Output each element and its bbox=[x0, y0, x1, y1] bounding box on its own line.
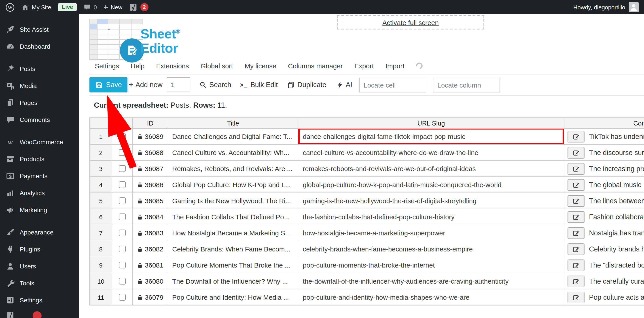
row-checkbox[interactable] bbox=[119, 133, 126, 140]
menu-export[interactable]: Export bbox=[354, 62, 374, 70]
content-cell[interactable]: The "distracted bo bbox=[564, 257, 644, 273]
title-column-header[interactable]: Title bbox=[168, 118, 298, 129]
sidebar-item-posts[interactable]: Posts bbox=[0, 61, 79, 77]
row-select-cell[interactable] bbox=[112, 257, 133, 273]
slug-cell[interactable]: how-nostalgia-became-a-marketing-superpo… bbox=[298, 225, 564, 241]
edit-content-button[interactable] bbox=[568, 195, 584, 207]
add-new-button[interactable]: + Add new bbox=[129, 77, 162, 92]
slug-cell[interactable]: dance-challenges-digital-fame-tiktok-imp… bbox=[298, 129, 564, 145]
row-number-cell[interactable]: 2 bbox=[90, 145, 112, 161]
slug-cell[interactable]: gaming-is-the-new-hollywood-the-rise-of-… bbox=[298, 193, 564, 209]
row-checkbox[interactable] bbox=[119, 181, 126, 188]
slug-cell[interactable]: the-fashion-collabs-that-defined-pop-cul… bbox=[298, 209, 564, 225]
row-number-cell[interactable]: 11 bbox=[90, 289, 112, 306]
bulk-edit-button[interactable]: >_ Bulk Edit bbox=[240, 77, 278, 92]
row-number-cell[interactable]: 1 bbox=[90, 129, 112, 145]
row-checkbox[interactable] bbox=[119, 197, 126, 204]
content-cell[interactable]: Fashion collaborat bbox=[564, 209, 644, 225]
id-cell[interactable]: 36081 bbox=[133, 257, 168, 273]
slug-cell[interactable]: cancel-culture-vs-accountability-where-d… bbox=[298, 145, 564, 161]
id-cell[interactable]: 36085 bbox=[133, 193, 168, 209]
slug-cell[interactable]: pop-culture-moments-that-broke-the-inter… bbox=[298, 257, 564, 273]
id-cell[interactable]: 36079 bbox=[133, 289, 168, 306]
my-site-link[interactable]: My Site bbox=[22, 3, 51, 11]
sidebar-item-analytics[interactable]: Analytics bbox=[0, 185, 79, 201]
content-cell[interactable]: TikTok has undeni bbox=[564, 129, 644, 145]
slug-cell[interactable]: global-pop-culture-how-k-pop-and-latin-m… bbox=[298, 177, 564, 193]
slug-cell[interactable]: remakes-reboots-and-revivals-are-we-out-… bbox=[298, 161, 564, 177]
title-cell[interactable]: How Nostalgia Became a Marketing S... bbox=[168, 225, 298, 241]
edit-content-button[interactable] bbox=[568, 292, 584, 303]
edit-content-button[interactable] bbox=[568, 275, 584, 287]
edit-content-button[interactable] bbox=[568, 179, 584, 190]
row-select-cell[interactable] bbox=[112, 177, 133, 193]
edit-content-button[interactable] bbox=[568, 211, 584, 223]
menu-global-sort[interactable]: Global sort bbox=[200, 62, 233, 70]
row-number-cell[interactable]: 9 bbox=[90, 257, 112, 273]
ai-button[interactable]: AI bbox=[337, 77, 352, 92]
sidebar-item-appearance[interactable]: Appearance bbox=[0, 224, 79, 240]
id-cell[interactable]: 36089 bbox=[133, 129, 168, 145]
menu-my-license[interactable]: My license bbox=[245, 62, 276, 70]
content-cell[interactable]: The carefully cura bbox=[564, 273, 644, 289]
duplicate-button[interactable]: Duplicate bbox=[287, 77, 326, 92]
title-cell[interactable]: Celebrity Brands: When Fame Becom... bbox=[168, 241, 298, 257]
sidebar-item-woocommerce[interactable]: w WooCommerce bbox=[0, 134, 79, 150]
slug-cell[interactable]: celebrity-brands-when-fame-becomes-a-bus… bbox=[298, 241, 564, 257]
sidebar-item-pages[interactable]: Pages bbox=[0, 95, 79, 111]
content-cell[interactable]: Pop culture acts a bbox=[564, 289, 644, 306]
title-cell[interactable]: Cancel Culture vs. Accountability: Wh... bbox=[168, 145, 298, 161]
content-cell[interactable]: Celebrity brands h bbox=[564, 241, 644, 257]
title-cell[interactable]: Global Pop Culture: How K-Pop and L... bbox=[168, 177, 298, 193]
row-select-cell[interactable] bbox=[112, 225, 133, 241]
sidebar-item-partial[interactable] bbox=[0, 309, 79, 318]
menu-import[interactable]: Import bbox=[386, 62, 404, 70]
edit-content-button[interactable] bbox=[568, 259, 584, 271]
row-select-cell[interactable] bbox=[112, 161, 133, 177]
fullscreen-link[interactable]: Activate full screen bbox=[382, 18, 439, 26]
wordpress-logo-icon[interactable]: W bbox=[5, 2, 15, 12]
menu-settings[interactable]: Settings bbox=[95, 62, 119, 70]
content-cell[interactable]: Nostalgia has tran bbox=[564, 225, 644, 241]
sidebar-item-users[interactable]: Users bbox=[0, 258, 79, 274]
row-select-cell[interactable] bbox=[112, 241, 133, 257]
sidebar-item-site-assist[interactable]: Site Assist bbox=[0, 21, 79, 37]
yoast-menu[interactable]: y 2 bbox=[129, 3, 148, 11]
sidebar-item-media[interactable]: Media bbox=[0, 78, 79, 94]
sidebar-item-settings[interactable]: Settings bbox=[0, 292, 79, 308]
title-cell[interactable]: Gaming Is the New Hollywood: The Ri... bbox=[168, 193, 298, 209]
row-checkbox[interactable] bbox=[119, 246, 126, 252]
content-cell[interactable]: The discourse sur bbox=[564, 145, 644, 161]
id-cell[interactable]: 36083 bbox=[133, 225, 168, 241]
row-select-cell[interactable] bbox=[112, 289, 133, 306]
title-cell[interactable]: Pop Culture Moments That Broke the ... bbox=[168, 257, 298, 273]
row-number-cell[interactable]: 10 bbox=[90, 273, 112, 289]
row-number-cell[interactable]: 7 bbox=[90, 225, 112, 241]
id-cell[interactable]: 36084 bbox=[133, 209, 168, 225]
content-cell[interactable]: The global music bbox=[564, 177, 644, 193]
locate-column-input[interactable] bbox=[433, 77, 500, 92]
row-checkbox[interactable] bbox=[119, 230, 126, 236]
row-select-cell[interactable] bbox=[112, 209, 133, 225]
select-all-header-cell[interactable] bbox=[112, 118, 133, 129]
sidebar-item-dashboard[interactable]: Dashboard bbox=[0, 38, 79, 54]
corner-header-cell[interactable] bbox=[90, 118, 112, 129]
sidebar-item-comments[interactable]: Comments bbox=[0, 112, 79, 128]
avatar[interactable] bbox=[629, 2, 639, 12]
id-column-header[interactable]: ID bbox=[133, 118, 168, 129]
id-cell[interactable]: 36082 bbox=[133, 241, 168, 257]
edit-content-button[interactable] bbox=[568, 163, 584, 174]
sidebar-item-products[interactable]: Products bbox=[0, 151, 79, 167]
slug-cell[interactable]: the-downfall-of-the-influencer-why-audie… bbox=[298, 273, 564, 289]
title-cell[interactable]: The Downfall of the Influencer? Why ... bbox=[168, 273, 298, 289]
id-cell[interactable]: 36080 bbox=[133, 273, 168, 289]
locate-cell-input[interactable] bbox=[359, 77, 426, 92]
howdy-text[interactable]: Howdy, diegoportillo bbox=[573, 4, 625, 10]
edit-content-button[interactable] bbox=[568, 131, 584, 142]
row-number-cell[interactable]: 3 bbox=[90, 161, 112, 177]
id-cell[interactable]: 36088 bbox=[133, 145, 168, 161]
url-slug-column-header[interactable]: URL Slug bbox=[298, 118, 564, 129]
row-checkbox[interactable] bbox=[119, 262, 126, 268]
search-button[interactable]: Search bbox=[200, 77, 231, 92]
id-cell[interactable]: 36087 bbox=[133, 161, 168, 177]
